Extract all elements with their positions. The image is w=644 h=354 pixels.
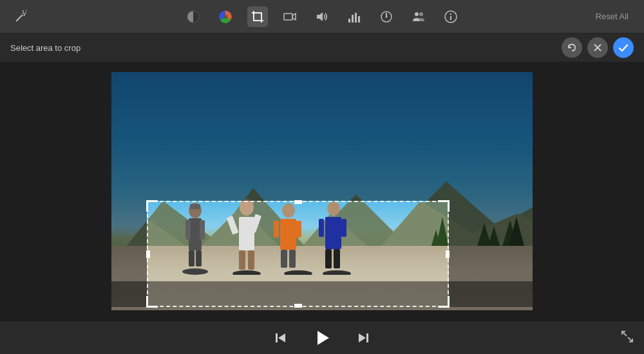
audio-tool[interactable] xyxy=(312,6,332,27)
svg-rect-19 xyxy=(358,16,360,23)
svg-rect-51 xyxy=(280,219,296,250)
playback-controls xyxy=(269,326,375,349)
play-button[interactable] xyxy=(310,326,334,349)
svg-rect-18 xyxy=(355,13,357,23)
skip-back-button[interactable] xyxy=(269,326,292,349)
speed-icon xyxy=(379,10,393,24)
video-container[interactable] xyxy=(111,72,533,310)
svg-point-64 xyxy=(284,270,312,275)
confirm-button[interactable] xyxy=(613,37,634,58)
video-icon xyxy=(283,10,297,24)
svg-rect-16 xyxy=(348,19,350,23)
svg-rect-48 xyxy=(239,250,245,270)
svg-rect-61 xyxy=(334,249,340,268)
svg-line-71 xyxy=(628,337,632,342)
color-balance-icon xyxy=(186,10,200,24)
svg-point-44 xyxy=(240,199,254,216)
svg-rect-60 xyxy=(325,249,332,268)
secondary-bar: Select area to crop xyxy=(0,33,644,62)
svg-line-0 xyxy=(16,15,23,21)
color-wheel-tool[interactable] xyxy=(215,6,236,27)
info-icon xyxy=(444,10,458,24)
svg-point-56 xyxy=(327,201,340,216)
people-icon xyxy=(412,10,426,24)
svg-rect-41 xyxy=(200,220,205,239)
svg-rect-42 xyxy=(189,250,194,266)
svg-rect-54 xyxy=(281,250,287,268)
svg-point-50 xyxy=(282,203,295,218)
svg-point-22 xyxy=(415,12,419,16)
svg-rect-9 xyxy=(254,13,261,21)
svg-point-8 xyxy=(223,15,227,19)
svg-rect-58 xyxy=(319,219,324,237)
svg-line-4 xyxy=(26,10,26,11)
play-icon xyxy=(312,328,332,348)
color-wheel-icon xyxy=(218,10,232,24)
audio-icon xyxy=(315,10,329,24)
svg-line-72 xyxy=(622,331,627,336)
svg-point-26 xyxy=(450,13,451,14)
svg-rect-57 xyxy=(325,217,341,249)
magic-wand-tool[interactable] xyxy=(10,6,31,27)
cancel-button[interactable] xyxy=(587,37,608,58)
people-svg xyxy=(176,178,375,275)
svg-rect-46 xyxy=(227,216,239,235)
instruction-label: Select area to crop xyxy=(10,43,80,53)
svg-rect-53 xyxy=(296,221,301,238)
undo-icon xyxy=(566,42,578,53)
confirm-icon xyxy=(618,42,629,53)
cancel-icon xyxy=(592,42,603,53)
skip-back-icon xyxy=(273,330,289,346)
equalizer-tool[interactable] xyxy=(344,6,365,27)
color-balance-tool[interactable] xyxy=(183,6,204,27)
svg-marker-70 xyxy=(359,333,366,342)
crop-tool[interactable] xyxy=(247,6,268,27)
bottom-controls xyxy=(0,321,644,354)
action-buttons xyxy=(562,37,634,58)
svg-point-21 xyxy=(386,15,388,17)
svg-rect-38 xyxy=(190,204,200,209)
svg-rect-45 xyxy=(239,217,254,250)
people-tool[interactable] xyxy=(408,6,429,27)
svg-rect-55 xyxy=(289,250,296,268)
svg-point-65 xyxy=(323,270,351,275)
video-tool[interactable] xyxy=(279,6,300,27)
toolbar-right: Reset All xyxy=(591,9,634,24)
undo-button[interactable] xyxy=(562,37,582,58)
svg-point-63 xyxy=(232,270,261,275)
skip-forward-button[interactable] xyxy=(352,326,375,349)
svg-marker-67 xyxy=(278,333,285,342)
skip-forward-icon xyxy=(355,330,371,346)
svg-rect-66 xyxy=(276,333,278,342)
reset-all-button[interactable]: Reset All xyxy=(591,9,634,24)
svg-point-62 xyxy=(182,268,208,275)
speed-tool[interactable] xyxy=(376,6,397,27)
svg-rect-17 xyxy=(352,15,354,23)
crop-icon xyxy=(251,10,265,24)
svg-marker-15 xyxy=(317,12,323,21)
svg-rect-59 xyxy=(341,219,346,237)
fullscreen-icon xyxy=(621,330,634,343)
fullscreen-button[interactable] xyxy=(621,330,634,346)
svg-rect-14 xyxy=(284,14,292,20)
svg-rect-49 xyxy=(248,250,254,270)
svg-point-23 xyxy=(419,12,423,16)
svg-rect-40 xyxy=(185,220,191,239)
svg-rect-69 xyxy=(366,333,368,342)
toolbar-center xyxy=(183,6,461,27)
toolbar: Reset All xyxy=(0,0,644,33)
info-tool[interactable] xyxy=(440,6,461,27)
svg-line-1 xyxy=(23,12,25,15)
svg-line-5 xyxy=(24,15,24,16)
toolbar-left xyxy=(10,6,31,27)
main-content xyxy=(0,62,644,321)
magic-wand-icon xyxy=(14,10,28,24)
svg-marker-68 xyxy=(317,331,329,345)
equalizer-icon xyxy=(347,10,361,24)
svg-rect-52 xyxy=(274,221,279,238)
svg-rect-43 xyxy=(196,250,202,266)
